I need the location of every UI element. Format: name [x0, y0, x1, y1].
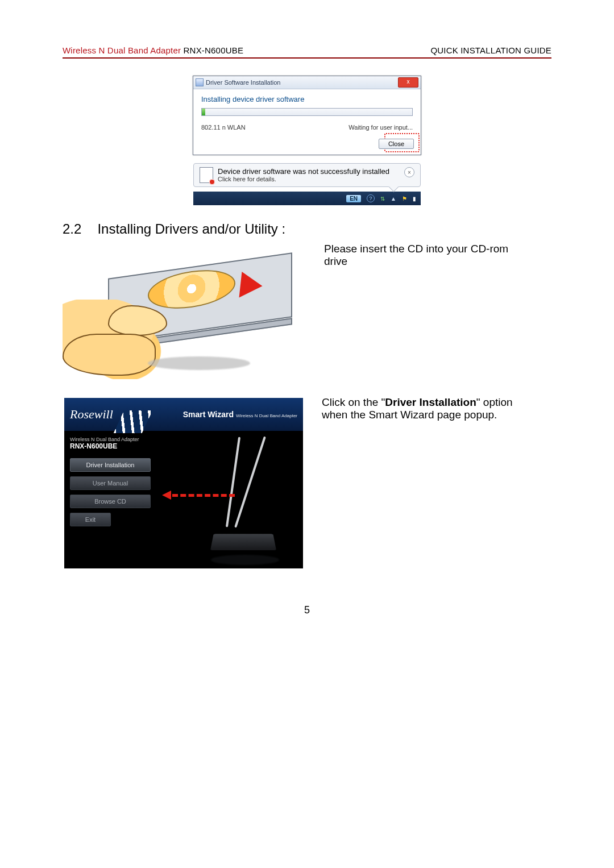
wizard-user-manual-button[interactable]: User Manual	[70, 476, 151, 490]
dialog-app-icon	[196, 78, 204, 86]
dialog-device-name: 802.11 n WLAN	[201, 124, 246, 131]
driver-fail-balloon[interactable]: Device driver software was not successfu…	[193, 163, 421, 187]
header-right: QUICK INSTALLATION GUIDE	[430, 45, 551, 55]
wizard-product-line1: Wireless N Dual Band Adapter	[70, 437, 161, 442]
header-left: Wireless N Dual Band Adapter RNX-N600UBE	[63, 45, 243, 55]
dialog-titlebar: Driver Software Installation x	[193, 76, 421, 89]
system-tray: EN ? ⇅ ▲ ⚑ ▮	[193, 192, 421, 205]
wizard-browse-cd-button[interactable]: Browse CD	[70, 495, 151, 508]
dialog-close-button[interactable]: x	[398, 77, 418, 88]
driver-install-dialog: Driver Software Installation x Installin…	[193, 76, 421, 155]
section-number: 2.2	[63, 221, 81, 237]
header-product-red: Wireless N Dual Band Adapter	[63, 45, 181, 55]
wizard-title-sub: Wireless N Dual Band Adapter	[236, 413, 297, 418]
page-header: Wireless N Dual Band Adapter RNX-N600UBE…	[63, 45, 551, 55]
balloon-error-icon	[200, 167, 213, 183]
header-divider	[63, 57, 551, 59]
wizard-title-main: Smart Wizard	[183, 410, 234, 419]
tray-language-indicator[interactable]: EN	[346, 195, 361, 202]
wizard-driver-installation-button[interactable]: Driver Installation	[70, 458, 151, 472]
dialog-heading: Installing device driver software	[201, 95, 413, 103]
cd-insert-illustration	[63, 243, 307, 373]
dialog-title: Driver Software Installation	[206, 79, 280, 86]
step1-text: Please insert the CD into your CD-rom dr…	[324, 243, 517, 268]
wizard-highlight-arrow-icon	[162, 492, 235, 499]
header-product-model: RNX-N600UBE	[181, 45, 243, 55]
balloon-tail	[388, 181, 399, 192]
section-title: Installing Drivers and/or Utility :	[97, 221, 285, 237]
dialog-device-status: Waiting for user input...	[349, 124, 413, 131]
step2-text: Click on the "Driver Installation" optio…	[322, 396, 515, 421]
balloon-subtext: Click here for details.	[218, 176, 389, 182]
tray-help-icon[interactable]: ?	[367, 194, 375, 202]
wizard-product-line2: RNX-N600UBE	[70, 442, 161, 450]
dialog-progress-bar	[201, 108, 413, 116]
wizard-product-image	[167, 431, 303, 568]
section-heading: 2.2 Installing Drivers and/or Utility :	[63, 221, 551, 237]
balloon-close-icon[interactable]: ×	[404, 167, 414, 177]
tray-network-icon[interactable]: ⇅	[380, 196, 385, 202]
wizard-exit-button[interactable]: Exit	[70, 513, 111, 526]
smart-wizard-screenshot: Rosewill Smart Wizard Wireless N Dual Ba…	[63, 396, 305, 570]
wizard-title: Smart Wizard Wireless N Dual Band Adapte…	[183, 410, 297, 419]
tray-expand-icon[interactable]: ▲	[391, 196, 396, 202]
dialog-close-action-button[interactable]: Close	[379, 139, 414, 149]
tray-power-icon[interactable]: ▮	[413, 196, 416, 202]
step2-bold: Driver Installation	[385, 396, 476, 408]
tray-security-icon[interactable]: ⚑	[402, 196, 407, 202]
wizard-brand-logo: Rosewill	[70, 407, 142, 422]
page-number: 5	[63, 604, 551, 616]
balloon-title: Device driver software was not successfu…	[218, 167, 389, 176]
step2-pre: Click on the "	[322, 396, 385, 408]
